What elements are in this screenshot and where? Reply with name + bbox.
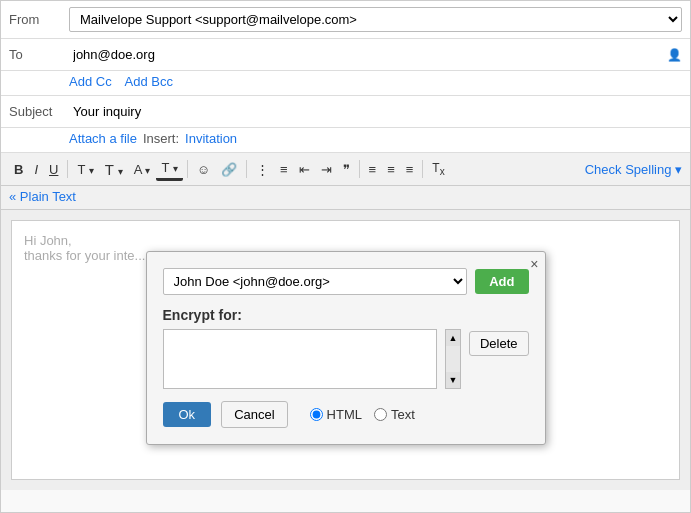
text-label: Text [391, 407, 415, 422]
subject-row: Subject [1, 96, 690, 128]
html-radio[interactable] [310, 408, 323, 421]
insert-label: Insert: [143, 131, 179, 146]
check-spelling-button[interactable]: Check Spelling ▾ [585, 162, 682, 177]
italic-button[interactable]: I [29, 159, 43, 180]
modal-overlay: × John Doe <john@doe.org> Add Encrypt fo… [12, 221, 679, 479]
toolbar-sep-3 [246, 160, 247, 178]
clear-format-button[interactable]: Tx [427, 158, 449, 180]
format-radio-group: HTML Text [310, 407, 415, 422]
plain-text-link[interactable]: « Plain Text [9, 189, 76, 204]
to-label: To [9, 47, 69, 62]
modal-close-button[interactable]: × [530, 256, 538, 272]
bold-button[interactable]: B [9, 159, 28, 180]
insert-invitation-link[interactable]: Invitation [185, 131, 237, 146]
toolbar-sep-5 [422, 160, 423, 178]
html-radio-label[interactable]: HTML [310, 407, 362, 422]
modal-top-row: John Doe <john@doe.org> Add [163, 268, 529, 295]
align-justify-button[interactable]: ≡ [401, 159, 419, 180]
from-select[interactable]: Mailvelope Support <support@mailvelope.c… [69, 7, 682, 32]
attach-row: Attach a file Insert: Invitation [1, 128, 690, 153]
ordered-list-button[interactable]: ⋮ [251, 159, 274, 180]
cc-bcc-row: Add Cc Add Bcc [1, 71, 690, 96]
add-cc-link[interactable]: Add Cc [69, 74, 112, 89]
delete-button[interactable]: Delete [469, 331, 529, 356]
align-right-button[interactable]: ≡ [382, 159, 400, 180]
attach-file-link[interactable]: Attach a file [69, 131, 137, 146]
indent-left-button[interactable]: ⇤ [294, 159, 315, 180]
scroll-track [446, 346, 460, 372]
recipient-select[interactable]: John Doe <john@doe.org> [163, 268, 468, 295]
scroll-up-button[interactable]: ▲ [446, 330, 460, 346]
to-input-container: 👤 [69, 45, 682, 64]
font-heading-button[interactable]: T ▾ [100, 158, 128, 181]
emoji-button[interactable]: ☺ [192, 159, 215, 180]
encrypt-modal: × John Doe <john@doe.org> Add Encrypt fo… [146, 251, 546, 445]
contact-icon[interactable]: 👤 [667, 48, 682, 62]
toolbar: B I U T ▾ T ▾ A ▾ T ▾ ☺ 🔗 ⋮ ≡ ⇤ ⇥ ❞ ≡ ≡ … [1, 153, 690, 186]
subject-label: Subject [9, 104, 69, 119]
encrypt-for-label: Encrypt for: [163, 307, 529, 323]
underline-button[interactable]: U [44, 159, 63, 180]
add-recipient-button[interactable]: Add [475, 269, 528, 294]
from-row: From Mailvelope Support <support@mailvel… [1, 1, 690, 39]
indent-right-button[interactable]: ⇥ [316, 159, 337, 180]
link-button[interactable]: 🔗 [216, 159, 242, 180]
font-bg-button[interactable]: T ▾ [156, 157, 182, 181]
html-label: HTML [327, 407, 362, 422]
editor-content[interactable]: Hi John, thanks for your inte... × John … [11, 220, 680, 480]
toolbar-sep-4 [359, 160, 360, 178]
blockquote-button[interactable]: ❞ [338, 159, 355, 180]
scrollbar[interactable]: ▲ ▼ [445, 329, 461, 389]
text-radio-label[interactable]: Text [374, 407, 415, 422]
unordered-list-button[interactable]: ≡ [275, 159, 293, 180]
toolbar-sep-2 [187, 160, 188, 178]
delete-col: Delete [469, 329, 529, 389]
from-label: From [9, 12, 69, 27]
to-input[interactable] [69, 45, 667, 64]
font-color-button[interactable]: A ▾ [129, 159, 156, 180]
text-radio[interactable] [374, 408, 387, 421]
encrypt-textarea[interactable] [163, 329, 437, 389]
to-row: To 👤 [1, 39, 690, 71]
subject-input[interactable] [69, 102, 682, 121]
align-center-button[interactable]: ≡ [364, 159, 382, 180]
add-bcc-link[interactable]: Add Bcc [125, 74, 173, 89]
encrypt-area-row: ▲ ▼ Delete [163, 329, 529, 389]
editor-area: Hi John, thanks for your inte... × John … [1, 210, 690, 490]
cancel-button[interactable]: Cancel [221, 401, 287, 428]
compose-window: From Mailvelope Support <support@mailvel… [0, 0, 691, 513]
modal-bottom-row: Ok Cancel HTML Text [163, 401, 529, 428]
font-size-button[interactable]: T ▾ [72, 159, 98, 180]
toolbar-sep-1 [67, 160, 68, 178]
plain-text-toggle-row: « Plain Text [1, 186, 690, 210]
scroll-down-button[interactable]: ▼ [446, 372, 460, 388]
ok-button[interactable]: Ok [163, 402, 212, 427]
